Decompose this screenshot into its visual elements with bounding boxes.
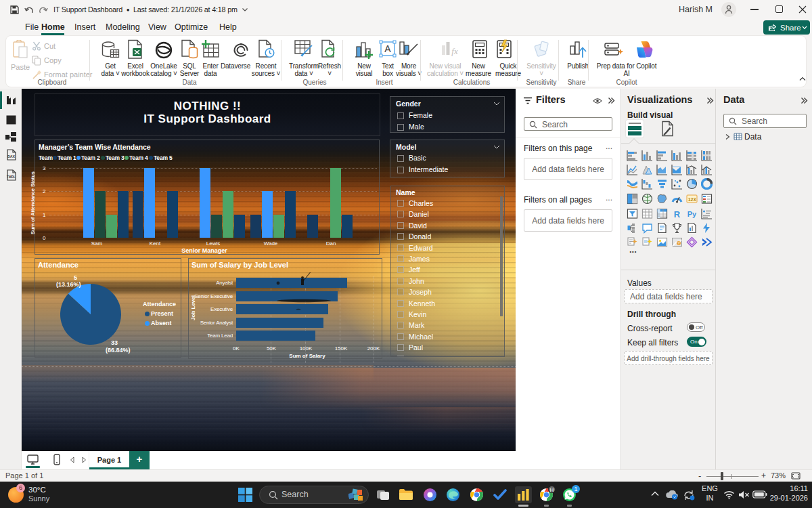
svg-text:fx: fx — [451, 46, 458, 56]
svg-text:R: R — [674, 209, 681, 219]
svg-text:123: 123 — [688, 197, 696, 202]
svg-text:TMDL: TMDL — [7, 175, 16, 179]
svg-text:A: A — [384, 43, 391, 54]
svg-text:DAX: DAX — [7, 154, 15, 158]
svg-text:?: ? — [677, 241, 679, 245]
svg-text:Py: Py — [687, 210, 697, 218]
